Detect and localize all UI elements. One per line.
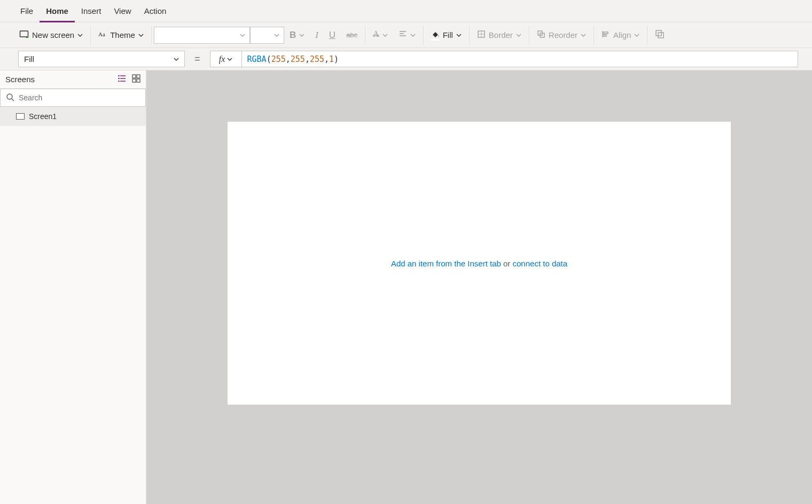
- chevron-down-icon: [240, 30, 245, 40]
- chevron-down-icon: [174, 54, 179, 64]
- svg-rect-12: [132, 75, 136, 78]
- svg-rect-6: [604, 35, 606, 36]
- italic-button[interactable]: I: [310, 22, 324, 48]
- svg-rect-5: [604, 32, 608, 34]
- svg-rect-0: [20, 31, 28, 37]
- strikethrough-button[interactable]: abc: [341, 22, 363, 48]
- paint-bucket-icon: [431, 30, 440, 41]
- svg-rect-13: [137, 75, 140, 78]
- fill-label: Fill: [443, 30, 453, 40]
- chevron-down-icon: [581, 30, 586, 40]
- tree-item-label: Screen1: [29, 112, 57, 121]
- menu-action[interactable]: Action: [138, 0, 173, 22]
- canvas[interactable]: Add an item from the Insert tab or conne…: [228, 122, 731, 405]
- menu-file[interactable]: File: [14, 0, 40, 22]
- chevron-down-icon: [456, 30, 462, 40]
- chevron-down-icon: [138, 30, 144, 40]
- svg-point-16: [7, 94, 12, 99]
- border-button[interactable]: Border: [472, 22, 527, 48]
- border-label: Border: [489, 30, 513, 40]
- svg-rect-15: [137, 79, 140, 82]
- search-field[interactable]: [19, 93, 140, 102]
- reorder-label: Reorder: [549, 30, 577, 40]
- theme-icon: Aa: [98, 30, 107, 40]
- menu-home[interactable]: Home: [40, 0, 75, 22]
- screen-icon: [16, 113, 25, 120]
- search-input[interactable]: [0, 89, 146, 107]
- svg-text:Aa: Aa: [98, 31, 105, 37]
- svg-point-9: [119, 75, 119, 76]
- svg-rect-14: [132, 79, 136, 82]
- svg-rect-7: [656, 30, 661, 36]
- chevron-down-icon: [410, 30, 416, 40]
- canvas-area: Add an item from the Insert tab or conne…: [146, 70, 812, 504]
- theme-label: Theme: [110, 30, 135, 40]
- reorder-icon: [537, 30, 545, 40]
- chevron-down-icon: [227, 54, 232, 64]
- font-color-icon: A: [373, 34, 379, 36]
- equals-sign: =: [194, 51, 200, 67]
- text-align-icon: [399, 30, 407, 40]
- theme-button[interactable]: Aa Theme: [93, 22, 149, 48]
- tree-view-title: Screens: [5, 75, 35, 84]
- group-icon: [655, 29, 665, 41]
- formula-bar: Fill = fx RGBA(255, 255, 255, 1): [0, 48, 812, 70]
- screen-icon: [19, 29, 29, 41]
- chevron-down-icon: [634, 30, 639, 40]
- chevron-down-icon: [299, 30, 304, 41]
- chevron-down-icon: [516, 30, 521, 40]
- search-icon: [6, 93, 14, 103]
- property-label: Fill: [24, 54, 34, 64]
- chevron-down-icon: [274, 30, 279, 40]
- chevron-down-icon: [382, 30, 388, 40]
- fx-button[interactable]: fx: [210, 51, 242, 67]
- insert-tab-link[interactable]: Add an item from the Insert tab: [391, 259, 501, 268]
- align-button[interactable]: Align: [596, 22, 645, 48]
- font-size-select[interactable]: [250, 27, 284, 44]
- font-color-button[interactable]: A: [368, 22, 393, 48]
- tree-view-header: Screens: [0, 70, 146, 89]
- fill-button[interactable]: Fill: [426, 22, 467, 48]
- fx-label: fx: [219, 54, 225, 64]
- menu-view[interactable]: View: [107, 0, 137, 22]
- connect-data-link[interactable]: connect to data: [513, 259, 568, 268]
- chevron-down-icon: [77, 30, 83, 40]
- reorder-button[interactable]: Reorder: [532, 22, 591, 48]
- main: Screens Screen1 Add an item from: [0, 70, 812, 504]
- ribbon: New screen Aa Theme B I U abc A Fill: [0, 22, 812, 48]
- svg-point-11: [119, 81, 119, 81]
- thumbnail-view-icon[interactable]: [132, 74, 140, 84]
- tree-view-pane: Screens Screen1: [0, 70, 146, 504]
- new-screen-label: New screen: [32, 30, 74, 40]
- align-icon: [602, 30, 610, 40]
- bold-button[interactable]: B: [284, 22, 310, 48]
- svg-point-10: [119, 78, 119, 78]
- new-screen-button[interactable]: New screen: [14, 22, 88, 48]
- underline-button[interactable]: U: [324, 22, 341, 48]
- font-select[interactable]: [154, 27, 250, 44]
- menu-insert[interactable]: Insert: [75, 0, 108, 22]
- svg-rect-8: [658, 33, 663, 38]
- border-icon: [477, 30, 486, 40]
- align-label: Align: [613, 30, 631, 40]
- tree-item-screen1[interactable]: Screen1: [0, 107, 146, 126]
- list-view-icon[interactable]: [118, 74, 127, 84]
- property-select[interactable]: Fill: [18, 51, 185, 67]
- menubar: File Home Insert View Action: [0, 0, 812, 22]
- canvas-empty-message: Add an item from the Insert tab or conne…: [391, 259, 567, 268]
- group-button[interactable]: [650, 22, 670, 48]
- formula-input[interactable]: RGBA(255, 255, 255, 1): [242, 51, 798, 67]
- text-align-button[interactable]: [393, 22, 421, 48]
